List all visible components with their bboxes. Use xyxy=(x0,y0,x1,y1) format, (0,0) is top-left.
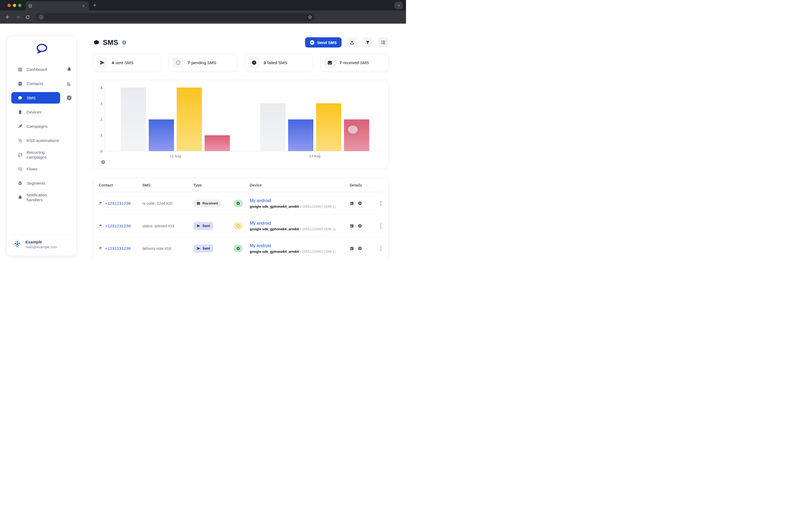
avatar xyxy=(12,239,22,249)
y-tick-label: 1 xyxy=(96,133,102,138)
contacts-book-icon xyxy=(18,81,23,86)
tab-search-chevron-button[interactable] xyxy=(395,2,403,9)
back-button[interactable] xyxy=(4,13,12,21)
sms-message-text: rx code: 2244 #20 xyxy=(142,201,193,206)
list-view-button[interactable] xyxy=(378,37,388,48)
export-download-button[interactable] xyxy=(347,37,357,48)
sidebar-item-devices[interactable]: Devices xyxy=(11,106,60,118)
flag-icon[interactable] xyxy=(99,202,103,205)
sidebar-item-recurring-campaigns[interactable]: Recurring campaigns xyxy=(11,149,60,160)
sidebar-item-campaigns[interactable]: Campaigns xyxy=(11,121,60,132)
contact-phone-link[interactable]: +1231231238 xyxy=(105,223,130,228)
device-model: google sdk_gphone64_arm64 xyxy=(250,227,299,231)
app-logo-speech-bubble-icon[interactable] xyxy=(35,43,48,55)
bar-sent[interactable] xyxy=(288,119,313,151)
user-email: hello@example.com xyxy=(26,245,57,249)
sms-message-text: delivery note #18 xyxy=(142,246,193,251)
table-row: +1231231238 rx code: 2244 #20 Received xyxy=(99,192,383,215)
sidebar-item-label: SMS xyxy=(27,95,36,100)
paper-plane-icon xyxy=(97,57,108,68)
stat-card-received: 7received SMS xyxy=(321,54,388,71)
sidebar-item-label: Flows xyxy=(27,166,37,172)
bar-failed[interactable] xyxy=(205,135,230,151)
sidebar-item-dashboard[interactable]: Dashboard xyxy=(11,64,60,75)
bar-sent[interactable] xyxy=(149,119,174,151)
chart-info-icon[interactable] xyxy=(101,160,105,164)
tab-strip xyxy=(0,0,406,10)
contact-phone-link[interactable]: +1231231238 xyxy=(105,246,130,251)
sms-table: Contact SMS Type Device Details +1231231… xyxy=(93,178,388,260)
site-info-icon[interactable] xyxy=(37,14,45,21)
stat-card-pending: 7pending SMS xyxy=(169,54,237,71)
device-link[interactable]: My android xyxy=(250,243,350,248)
stat-card-sent: 4sent SMS xyxy=(93,54,161,71)
close-window-button[interactable] xyxy=(7,4,11,7)
stat-text: 4sent SMS xyxy=(112,60,134,65)
sidebar-item-label: Campaigns xyxy=(27,124,48,129)
spinner-icon xyxy=(173,57,184,68)
x-axis-label: 12 Aug xyxy=(121,154,230,158)
reload-button[interactable] xyxy=(24,13,32,21)
address-bar[interactable] xyxy=(36,13,315,21)
checklist-icon xyxy=(18,166,23,172)
device-link[interactable]: My android xyxy=(250,198,350,203)
phone-icon xyxy=(18,110,23,115)
repeat-icon xyxy=(18,152,23,157)
device-number: +15551234567 (SIM 1) xyxy=(300,227,336,231)
plus-circle-icon[interactable] xyxy=(66,95,72,101)
bar-pending[interactable] xyxy=(316,103,341,151)
filter-button[interactable] xyxy=(362,37,373,48)
calendar-icon[interactable] xyxy=(350,201,354,206)
bar-chart-icon[interactable] xyxy=(66,81,72,87)
flag-icon[interactable] xyxy=(99,224,103,228)
sidebar-item-contacts[interactable]: Contacts xyxy=(11,78,60,89)
sidebar-item-rss-automations[interactable]: RSS automations xyxy=(11,135,60,146)
bar-pending[interactable] xyxy=(177,88,202,151)
device-model: google sdk_gphone64_arm64 xyxy=(250,250,299,253)
zoom-window-button[interactable] xyxy=(18,4,22,7)
row-menu-kebab-icon[interactable] xyxy=(379,222,383,229)
bar-received[interactable] xyxy=(260,103,285,151)
bell-icon[interactable] xyxy=(66,66,72,72)
plus-icon: + xyxy=(310,40,314,45)
page-header: SMS + Send SMS xyxy=(93,37,388,48)
column-header-type: Type xyxy=(193,183,250,187)
sidebar-item-flows[interactable]: Flows xyxy=(11,163,60,175)
table-header: Contact SMS Type Device Details xyxy=(99,178,383,192)
status-success-icon xyxy=(234,245,243,252)
calendar-icon[interactable] xyxy=(350,223,354,228)
row-menu-kebab-icon[interactable] xyxy=(379,200,383,207)
browser-tab[interactable] xyxy=(26,1,89,10)
device-link[interactable]: My android xyxy=(250,221,350,226)
clock-icon[interactable] xyxy=(358,201,362,206)
clock-icon[interactable] xyxy=(358,246,362,251)
sidebar-nav: Dashboard Contacts xyxy=(7,64,76,203)
user-account[interactable]: Example hello@example.com xyxy=(12,235,71,256)
y-tick-label: 2 xyxy=(96,118,102,122)
type-badge-sent: Sent xyxy=(193,244,213,252)
table-row: +1231231238 delivery note #18 Sent My xyxy=(99,237,383,260)
sidebar-item-sms[interactable]: SMS xyxy=(11,92,60,103)
info-icon[interactable] xyxy=(122,40,126,45)
new-tab-button[interactable] xyxy=(93,3,97,7)
column-header-contact: Contact xyxy=(99,183,142,187)
bookmark-star-icon[interactable] xyxy=(307,14,313,21)
rocket-icon xyxy=(18,124,23,129)
y-tick-label: 3 xyxy=(96,102,102,106)
clock-icon[interactable] xyxy=(358,223,362,228)
globe-favicon-icon xyxy=(28,4,32,8)
sidebar-item-segments[interactable]: Segments xyxy=(11,177,60,189)
window-controls xyxy=(7,4,22,7)
stat-text: 7pending SMS xyxy=(188,60,216,65)
forward-button[interactable] xyxy=(14,13,22,21)
flag-icon[interactable] xyxy=(99,247,103,250)
tab-close-icon[interactable] xyxy=(81,3,86,8)
contact-phone-link[interactable]: +1231231238 xyxy=(105,201,130,206)
main-content: SMS + Send SMS xyxy=(93,24,388,260)
bar-received[interactable] xyxy=(121,88,146,151)
sidebar-item-notification-handlers[interactable]: Notification handlers xyxy=(11,192,60,203)
send-sms-button[interactable]: + Send SMS xyxy=(305,37,342,48)
minimize-window-button[interactable] xyxy=(13,4,16,7)
calendar-icon[interactable] xyxy=(350,246,354,251)
row-menu-kebab-icon[interactable] xyxy=(379,245,383,252)
